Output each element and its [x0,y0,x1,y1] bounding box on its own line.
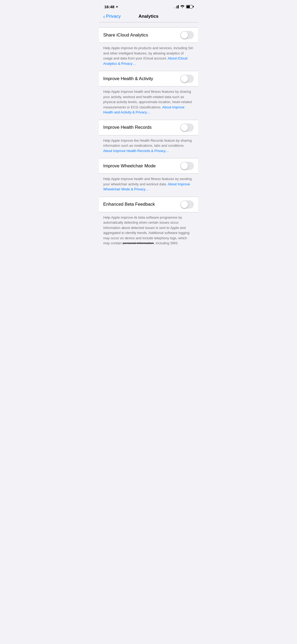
back-chevron-icon: ‹ [103,14,105,19]
enhanced-beta-feedback-label: Enhanced Beta Feedback [103,202,155,207]
improve-health-records-label: Improve Health Records [103,125,152,130]
enhanced-beta-feedback-description: Help Apple improve its beta software pro… [99,212,198,251]
improve-health-activity-row: Improve Health & Activity [99,71,198,86]
improve-health-activity-toggle[interactable] [180,75,194,83]
wifi-icon [180,5,185,9]
improve-health-records-toggle[interactable] [180,123,194,132]
page-title: Analytics [139,14,159,19]
improve-health-activity-description-text: Help Apple improve health and fitness fe… [103,89,194,115]
enhanced-beta-feedback-toggle[interactable] [180,200,194,209]
improve-health-records-row-group: Improve Health Records [99,120,198,135]
enhanced-beta-feedback-row: Enhanced Beta Feedback [99,197,198,212]
back-label: Privacy [106,14,121,19]
improve-health-activity-group: Improve Health & Activity Help Apple imp… [99,71,198,120]
improve-wheelchair-mode-description: Help Apple improve health and fitness fe… [99,174,198,197]
improve-health-activity-description: Help Apple improve health and fitness fe… [99,86,198,120]
location-arrow-icon: ➤ [116,5,118,8]
share-icloud-analytics-toggle[interactable] [180,31,194,39]
share-icloud-analytics-description-text: Help Apple improve its products and serv… [103,45,194,66]
share-icloud-analytics-row: Share iCloud Analytics [99,27,198,43]
back-button[interactable]: ‹ Privacy [103,14,121,19]
share-icloud-analytics-group: Share iCloud Analytics Help Apple improv… [99,27,198,71]
toggle-knob [181,162,188,169]
improve-wheelchair-mode-row: Improve Wheelchair Mode [99,158,198,173]
improve-health-records-link[interactable]: About Improve Health Records & Privacy… [103,149,169,153]
time-display: 16:48 [104,4,114,9]
toggle-knob [181,31,188,39]
settings-content: Share iCloud Analytics Help Apple improv… [99,22,198,251]
nav-bar: ‹ Privacy Analytics [99,12,198,22]
improve-health-records-description-text: Help Apple improve the Health Records fe… [103,138,194,154]
toggle-knob [181,124,188,131]
toggle-knob [181,75,188,82]
improve-health-records-group: Improve Health Records Help Apple improv… [99,120,198,158]
enhanced-beta-feedback-description-text: Help Apple improve its beta software pro… [103,215,194,246]
signal-strength-icon [174,5,179,8]
improve-wheelchair-mode-description-text: Help Apple improve health and fitness fe… [103,176,194,192]
improve-health-activity-row-group: Improve Health & Activity [99,71,198,86]
improve-wheelchair-mode-row-group: Improve Wheelchair Mode [99,158,198,174]
enhanced-beta-feedback-row-group: Enhanced Beta Feedback [99,197,198,212]
share-icloud-analytics-label: Share iCloud Analytics [103,33,148,38]
status-time: 16:48 ➤ [104,4,118,9]
share-icloud-analytics-row-group: Share iCloud Analytics [99,27,198,43]
toggle-knob [181,201,188,208]
status-bar: 16:48 ➤ [99,0,198,12]
share-icloud-analytics-description: Help Apple improve its products and serv… [99,43,198,71]
improve-wheelchair-mode-group: Improve Wheelchair Mode Help Apple impro… [99,158,198,197]
battery-icon [186,5,193,8]
status-icons [174,5,193,9]
improve-wheelchair-mode-toggle[interactable] [180,162,194,170]
improve-health-records-description: Help Apple improve the Health Records fe… [99,135,198,158]
redacted-text: personal information [123,241,154,245]
improve-health-records-row: Improve Health Records [99,120,198,135]
improve-health-activity-label: Improve Health & Activity [103,76,153,81]
improve-wheelchair-mode-label: Improve Wheelchair Mode [103,163,155,169]
enhanced-beta-feedback-group: Enhanced Beta Feedback Help Apple improv… [99,197,198,251]
